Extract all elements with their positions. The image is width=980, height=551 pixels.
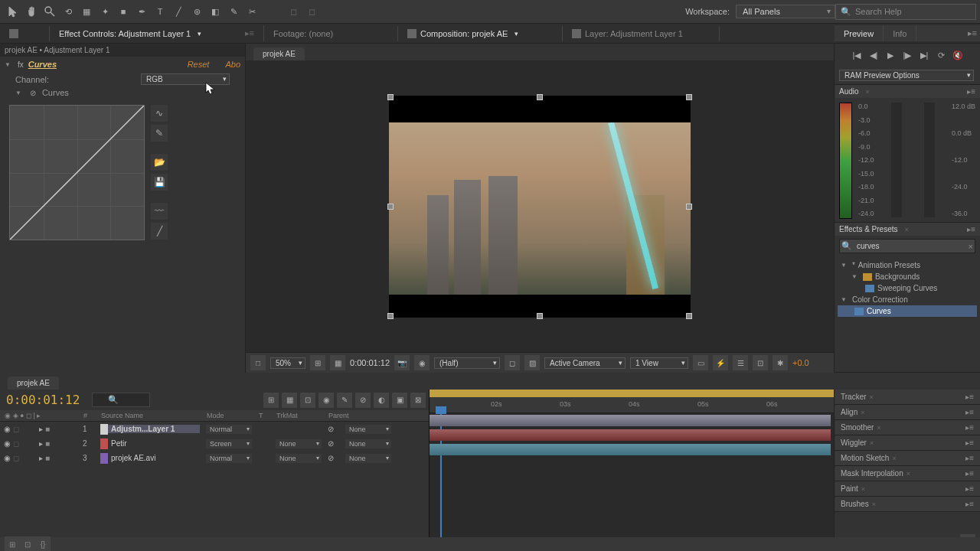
- timeline-right[interactable]: 02s03s04s05s06s: [430, 390, 834, 549]
- tl-btn[interactable]: ▣: [392, 393, 407, 408]
- curve-open-icon[interactable]: 📂: [151, 154, 168, 171]
- rect-tool[interactable]: ■: [114, 2, 132, 21]
- workspace-dropdown[interactable]: All Panels: [736, 5, 835, 18]
- composition-tab[interactable]: Composition: projek AE ▾: [398, 26, 563, 41]
- tool-opt-1[interactable]: ◻: [284, 2, 302, 21]
- next-frame-icon[interactable]: |▶: [900, 48, 914, 62]
- layer-row[interactable]: ◉◻▸■ 3 projek AE.avi Normal None ⊘ None: [0, 451, 429, 465]
- footage-tab[interactable]: Footage: (none): [264, 26, 398, 41]
- play-icon[interactable]: ▶: [884, 48, 897, 62]
- pan-behind-tool[interactable]: ✦: [96, 2, 114, 21]
- mini-panel-tracker[interactable]: Tracker×▸≡: [835, 390, 980, 405]
- mini-panel-brushes[interactable]: Brushes×▸≡: [835, 497, 980, 512]
- footer-btn[interactable]: ⊡: [20, 536, 35, 551]
- effect-name[interactable]: Curves: [28, 60, 57, 69]
- tl-btn[interactable]: ◐: [374, 393, 389, 408]
- about-link[interactable]: Abo: [225, 60, 240, 69]
- close-icon[interactable]: ×: [866, 88, 870, 96]
- pixel-aspect-icon[interactable]: ▭: [693, 355, 708, 370]
- fx-toggle-icon[interactable]: fx: [18, 60, 24, 69]
- prev-frame-icon[interactable]: ◀|: [867, 48, 880, 62]
- resize-handle[interactable]: [686, 94, 692, 100]
- tl-btn[interactable]: ⊠: [410, 393, 426, 408]
- pen-tool[interactable]: ✒: [132, 2, 151, 21]
- disclosure-icon[interactable]: ▼: [5, 61, 11, 68]
- resize-handle[interactable]: [686, 204, 692, 210]
- effect-controls-tab[interactable]: Effect Controls: Adjustment Layer 1 ▾ ▸≡: [50, 25, 264, 41]
- type-tool[interactable]: T: [151, 2, 169, 21]
- mini-panel-align[interactable]: Align×▸≡: [835, 405, 980, 420]
- curve-linear-icon[interactable]: ╱: [151, 223, 168, 240]
- footer-btn[interactable]: {}: [35, 536, 51, 551]
- timeline-search[interactable]: 🔍: [92, 393, 150, 407]
- footer-btn[interactable]: ⊞: [5, 536, 20, 551]
- curve-pencil-icon[interactable]: ✎: [151, 125, 168, 142]
- res-dropdown[interactable]: (Half): [434, 357, 500, 369]
- layer-bar[interactable]: [430, 429, 831, 441]
- viewport-time[interactable]: 0:00:01:12: [350, 358, 390, 367]
- view-dropdown[interactable]: 1 View: [630, 357, 688, 369]
- audio-slider-l[interactable]: [891, 103, 902, 217]
- brush-tool[interactable]: ╱: [169, 2, 188, 21]
- tl-btn[interactable]: ⊘: [355, 393, 371, 408]
- ram-preview-dropdown[interactable]: RAM Preview Options: [839, 70, 974, 81]
- roi-icon[interactable]: ◻: [505, 355, 520, 370]
- playhead[interactable]: [436, 406, 446, 414]
- hand-tool[interactable]: [22, 2, 41, 21]
- clear-icon[interactable]: ×: [969, 242, 973, 251]
- timecode[interactable]: 0:00:01:12: [0, 390, 86, 410]
- effects-search-input[interactable]: [855, 241, 965, 251]
- loop-icon[interactable]: ⟳: [934, 48, 948, 62]
- safe-zones-icon[interactable]: ⊞: [310, 355, 325, 370]
- curve-canvas[interactable]: [9, 105, 145, 240]
- tree-item-selected[interactable]: Curves: [838, 305, 977, 317]
- tl-btn[interactable]: ✎: [337, 393, 352, 408]
- mini-panel-smoother[interactable]: Smoother×▸≡: [835, 420, 980, 435]
- resize-handle[interactable]: [387, 313, 394, 319]
- tool-opt-2[interactable]: ◻: [302, 2, 321, 21]
- first-frame-icon[interactable]: |◀: [850, 48, 864, 62]
- resize-handle[interactable]: [387, 94, 394, 100]
- panel-menu-icon[interactable]: ▸≡: [967, 87, 975, 96]
- timeline-icon[interactable]: ☰: [733, 355, 748, 370]
- zoom-tool[interactable]: [41, 2, 59, 21]
- eraser-tool[interactable]: ◧: [206, 2, 224, 21]
- layer-bar[interactable]: [430, 444, 831, 455]
- layer-row[interactable]: ◉◻▸■ 2 Petir Screen None ⊘ None: [0, 436, 429, 451]
- camera-dropdown[interactable]: Active Camera: [544, 357, 626, 369]
- tree-item[interactable]: ▼Color Correction: [838, 294, 977, 305]
- resize-handle[interactable]: [537, 313, 543, 319]
- panel-menu-icon[interactable]: ▸≡: [967, 225, 975, 233]
- zoom-dropdown[interactable]: 50%: [270, 357, 305, 369]
- roto-tool[interactable]: ✎: [224, 2, 243, 21]
- flowchart-icon[interactable]: ⊡: [753, 355, 768, 370]
- video-frame[interactable]: [389, 96, 691, 318]
- puppet-tool[interactable]: ✂: [243, 2, 261, 21]
- time-ruler[interactable]: 02s03s04s05s06s: [430, 390, 834, 413]
- fast-preview-icon[interactable]: ⚡: [713, 355, 728, 370]
- disclosure-icon[interactable]: ▼: [15, 90, 21, 96]
- comp-crumb[interactable]: projek AE: [253, 47, 305, 60]
- grid-icon[interactable]: ▦: [330, 355, 345, 370]
- close-icon[interactable]: ×: [905, 226, 909, 233]
- exposure-value[interactable]: +0.0: [792, 358, 809, 367]
- curve-bezier-icon[interactable]: ∿: [151, 105, 168, 122]
- mini-panel-wiggler[interactable]: Wiggler×▸≡: [835, 435, 980, 451]
- tl-btn[interactable]: ⊡: [300, 393, 315, 408]
- layer-bar[interactable]: [430, 415, 831, 426]
- timeline-tab[interactable]: projek AE: [8, 377, 59, 390]
- layer-tab[interactable]: Layer: Adjustment Layer 1: [563, 26, 720, 41]
- reset-link[interactable]: Reset: [188, 60, 210, 69]
- tree-item[interactable]: ▼Backgrounds: [838, 271, 977, 282]
- viewport[interactable]: [246, 60, 834, 352]
- rotate-tool[interactable]: ⟲: [59, 2, 77, 21]
- tl-btn[interactable]: ◉: [318, 393, 334, 408]
- channel-icon[interactable]: ◉: [414, 355, 430, 370]
- mute-icon[interactable]: 🔇: [951, 48, 965, 62]
- selection-tool[interactable]: [4, 2, 22, 21]
- resize-handle[interactable]: [387, 204, 394, 210]
- effects-search[interactable]: 🔍 ×: [839, 239, 975, 253]
- tree-item[interactable]: ▼* Animation Presets: [838, 259, 977, 271]
- channel-dropdown[interactable]: RGB: [141, 73, 230, 85]
- info-tab[interactable]: Info: [884, 25, 916, 41]
